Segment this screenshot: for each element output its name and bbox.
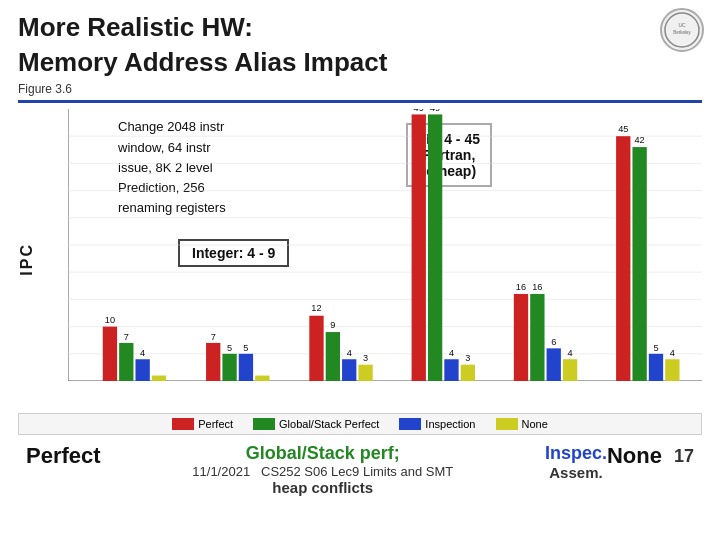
svg-rect-33 <box>206 343 220 381</box>
perfect-swatch <box>172 418 194 430</box>
svg-text:10: 10 <box>105 315 115 325</box>
title-line2: Memory Address Alias Impact <box>18 47 702 78</box>
legend-item-inspection: Inspection <box>399 418 475 430</box>
svg-rect-31 <box>152 376 166 381</box>
figure-label: Figure 3.6 <box>18 82 702 96</box>
svg-rect-45 <box>342 360 356 382</box>
page-number: 17 <box>674 446 694 467</box>
bars-svg: 0 5 10 15 20 25 30 35 40 45 50 10 7 <box>68 109 702 381</box>
logo: UC Berkeley <box>660 8 704 52</box>
legend-label-inspection: Inspection <box>425 418 475 430</box>
svg-rect-27 <box>119 343 133 381</box>
inspection-swatch <box>399 418 421 430</box>
svg-text:5: 5 <box>653 343 658 353</box>
svg-rect-56 <box>461 365 475 381</box>
svg-text:UC: UC <box>678 22 686 28</box>
assem-label: Assem. <box>545 464 607 481</box>
svg-rect-43 <box>326 332 340 381</box>
svg-text:42: 42 <box>635 136 645 146</box>
svg-text:Berkeley: Berkeley <box>673 30 691 35</box>
svg-rect-70 <box>632 147 646 381</box>
svg-text:3: 3 <box>363 353 368 363</box>
divider-line <box>18 100 702 103</box>
svg-text:7: 7 <box>211 332 216 342</box>
svg-text:9: 9 <box>330 320 335 330</box>
svg-text:5: 5 <box>227 343 232 353</box>
footer-left: Perfect <box>26 443 101 469</box>
svg-rect-50 <box>412 115 426 382</box>
svg-rect-52 <box>428 115 442 382</box>
heap-conflicts-label: heap conflicts <box>101 479 545 496</box>
svg-text:45: 45 <box>618 125 628 135</box>
svg-rect-37 <box>239 354 253 381</box>
legend-item-global: Global/Stack Perfect <box>253 418 379 430</box>
svg-text:4: 4 <box>670 348 675 358</box>
svg-text:4: 4 <box>568 348 573 358</box>
svg-rect-65 <box>563 360 577 382</box>
perfect-label: Perfect <box>26 443 101 469</box>
svg-rect-54 <box>444 360 458 382</box>
inspec-label: Inspec. <box>545 443 607 464</box>
svg-text:6: 6 <box>551 337 556 347</box>
legend-label-none: None <box>522 418 548 430</box>
svg-text:49: 49 <box>414 109 424 113</box>
svg-text:12: 12 <box>311 304 321 314</box>
svg-rect-47 <box>358 365 372 381</box>
svg-text:4: 4 <box>347 348 352 358</box>
svg-rect-59 <box>514 294 528 381</box>
legend-label-perfect: Perfect <box>198 418 233 430</box>
svg-text:4: 4 <box>140 348 145 358</box>
none-swatch <box>496 418 518 430</box>
svg-text:7: 7 <box>124 332 129 342</box>
footer-sub-heap: 11/1/2021 CS252 S06 Lec9 Limits and SMT <box>101 464 545 479</box>
svg-rect-41 <box>309 316 323 381</box>
svg-text:49: 49 <box>430 109 440 113</box>
svg-rect-72 <box>649 354 663 381</box>
none-label: None <box>607 443 662 469</box>
svg-text:16: 16 <box>532 283 542 293</box>
svg-rect-39 <box>255 376 269 381</box>
svg-rect-74 <box>665 360 679 382</box>
svg-rect-68 <box>616 137 630 382</box>
svg-rect-63 <box>547 349 561 382</box>
chart-area: IPC Change 2048 instrwindow, 64 instriss… <box>18 109 702 409</box>
legend-item-perfect: Perfect <box>172 418 233 430</box>
svg-text:16: 16 <box>516 283 526 293</box>
chart-inner: Change 2048 instrwindow, 64 instrissue, … <box>38 109 702 409</box>
svg-rect-29 <box>135 360 149 382</box>
svg-text:5: 5 <box>243 343 248 353</box>
svg-rect-35 <box>222 354 236 381</box>
legend-item-none: None <box>496 418 548 430</box>
footer-center: Global/Stack perf; 11/1/2021 CS252 S06 L… <box>101 443 545 496</box>
title-line1: More Realistic HW: <box>18 12 702 43</box>
global-swatch <box>253 418 275 430</box>
svg-rect-61 <box>530 294 544 381</box>
page-title: More Realistic HW: Memory Address Alias … <box>18 12 702 78</box>
global-label: Global/Stack perf; <box>101 443 545 464</box>
footer: Perfect Global/Stack perf; 11/1/2021 CS2… <box>18 439 702 496</box>
svg-text:4: 4 <box>449 348 454 358</box>
legend-area: Perfect Global/Stack Perfect Inspection … <box>18 413 702 435</box>
svg-rect-25 <box>103 327 117 381</box>
footer-course: CS252 S06 Lec9 Limits and SMT <box>261 464 453 479</box>
footer-right: None 17 <box>607 443 694 469</box>
svg-text:3: 3 <box>465 353 470 363</box>
page: UC Berkeley More Realistic HW: Memory Ad… <box>0 0 720 540</box>
legend-label-global: Global/Stack Perfect <box>279 418 379 430</box>
y-axis-label: IPC <box>18 243 36 276</box>
footer-date: 11/1/2021 <box>192 464 250 479</box>
footer-inspec: Inspec. Assem. <box>545 443 607 481</box>
